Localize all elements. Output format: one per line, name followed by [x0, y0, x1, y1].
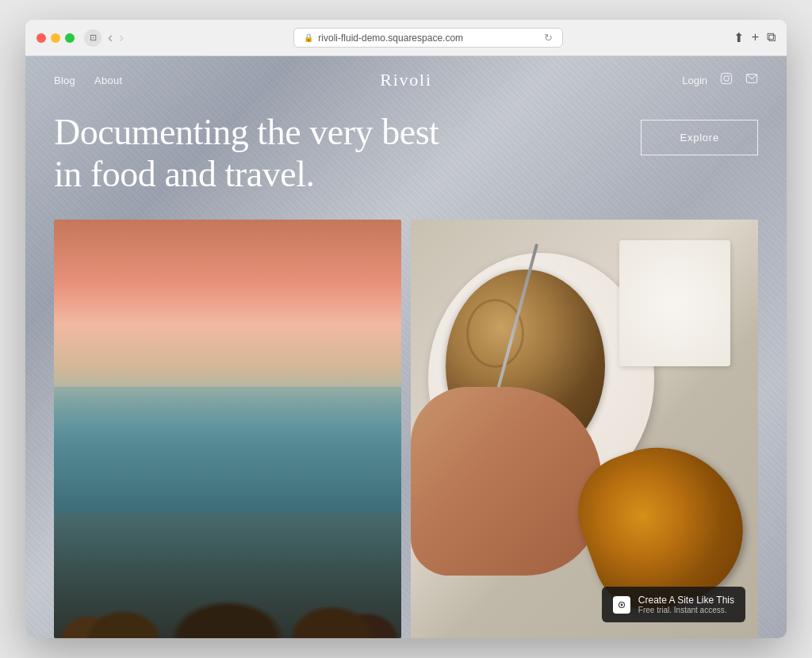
nav-left: Blog About	[54, 75, 122, 86]
hand	[411, 387, 602, 576]
new-tab-icon[interactable]: +	[752, 30, 759, 45]
nav-link-blog[interactable]: Blog	[54, 75, 75, 86]
squarespace-logo	[613, 596, 630, 614]
site-nav: Blog About Rivoli Login	[25, 56, 787, 104]
svg-rect-0	[721, 73, 731, 83]
svg-point-2	[729, 75, 730, 76]
browser-chrome: ⊡ ‹ › 🔒 rivoli-fluid-demo.squarespace.co…	[25, 20, 787, 56]
hero-content: Documenting the very best in food and tr…	[25, 104, 787, 220]
browser-controls: ⊡ ‹ ›	[84, 29, 124, 47]
url-text: rivoli-fluid-demo.squarespace.com	[318, 33, 463, 44]
close-button[interactable]	[36, 33, 46, 43]
forward-button[interactable]: ›	[119, 29, 124, 46]
share-icon[interactable]: ⬆	[733, 30, 744, 45]
sidebar-toggle-button[interactable]: ⊡	[84, 29, 102, 47]
coffee-ring	[466, 299, 524, 368]
explore-button[interactable]: Explore	[641, 120, 758, 155]
minimize-button[interactable]	[51, 33, 60, 43]
nav-link-about[interactable]: About	[94, 75, 122, 86]
browser-window: ⊡ ‹ › 🔒 rivoli-fluid-demo.squarespace.co…	[25, 20, 787, 638]
back-button[interactable]: ‹	[108, 29, 113, 46]
reload-icon[interactable]: ↻	[544, 32, 553, 44]
address-bar[interactable]: 🔒 rivoli-fluid-demo.squarespace.com ↻	[293, 28, 563, 48]
email-icon[interactable]	[745, 72, 758, 88]
login-button[interactable]: Login	[682, 75, 707, 86]
hero-section: Blog About Rivoli Login	[25, 56, 787, 638]
instagram-icon[interactable]	[720, 72, 733, 88]
lock-icon: 🔒	[304, 33, 313, 42]
svg-point-1	[724, 76, 730, 82]
coffee-scene	[411, 220, 758, 638]
nav-right: Login	[682, 72, 758, 88]
coffee-image: Create A Site Like This Free trial. Inst…	[411, 220, 758, 638]
image-gallery: Create A Site Like This Free trial. Inst…	[25, 220, 787, 638]
hero-headline: Documenting the very best in food and tr…	[54, 112, 466, 196]
banner-main-text: Create A Site Like This	[638, 595, 734, 606]
website-content: Blog About Rivoli Login	[25, 56, 787, 638]
banner-sub-text: Free trial. Instant access.	[638, 606, 734, 614]
coastal-image	[54, 220, 401, 638]
banner-text-container: Create A Site Like This Free trial. Inst…	[638, 595, 734, 614]
doily	[619, 240, 730, 365]
water-overlay	[54, 387, 401, 512]
maximize-button[interactable]	[65, 33, 75, 43]
address-bar-container: 🔒 rivoli-fluid-demo.squarespace.com ↻	[133, 28, 724, 48]
tabs-icon[interactable]: ⧉	[767, 30, 776, 45]
traffic-lights	[36, 33, 75, 43]
create-site-banner[interactable]: Create A Site Like This Free trial. Inst…	[602, 587, 745, 622]
site-brand[interactable]: Rivoli	[380, 70, 432, 90]
browser-actions: ⬆ + ⧉	[733, 30, 776, 45]
